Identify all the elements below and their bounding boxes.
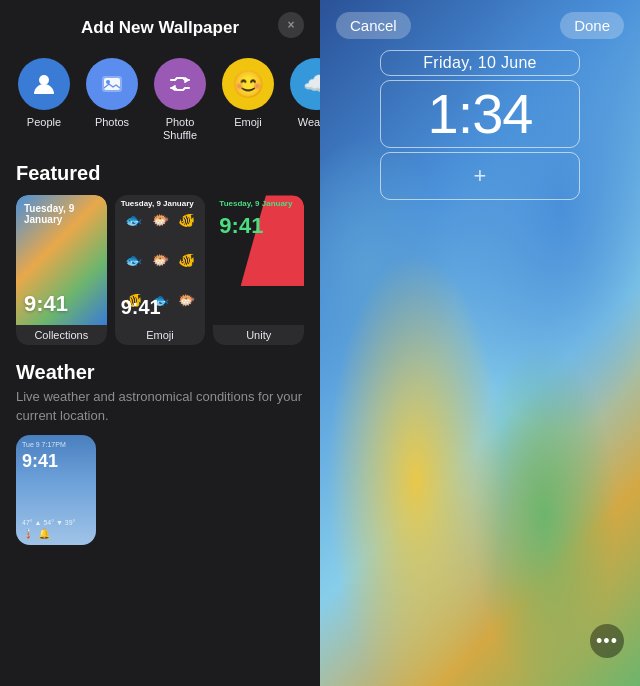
close-icon: × — [287, 18, 294, 32]
lock-screen-top-bar: Cancel Done — [320, 0, 640, 51]
cancel-button[interactable]: Cancel — [336, 12, 411, 39]
collections-preview: Tuesday, 9 January 9:41 — [16, 195, 107, 325]
unity-overlay-clock: 9:41 — [219, 213, 263, 239]
type-emoji-icon: 😊 — [222, 58, 274, 110]
lock-screen-preview: Cancel Done Friday, 10 June 1:34 + ••• — [320, 0, 640, 686]
modal-title: Add New Wallpaper — [81, 18, 239, 38]
type-photo-shuffle[interactable]: Photo Shuffle — [152, 58, 208, 142]
type-emoji-label: Emoji — [234, 116, 262, 129]
svg-point-3 — [106, 80, 110, 84]
featured-section-title: Featured — [0, 154, 320, 195]
collections-bg: Tuesday, 9 January 9:41 — [16, 195, 107, 325]
type-weather-label: Weat… — [298, 116, 320, 129]
lock-screen-widget-add[interactable]: + — [380, 152, 580, 200]
emoji-fish4: 🐟 — [121, 241, 146, 279]
type-photos-icon — [86, 58, 138, 110]
type-emoji[interactable]: 😊 Emoji — [220, 58, 276, 142]
emoji-bg: 🐟 🐡 🐠 🐟 🐡 🐠 🐠 🐟 🐡 Tuesday, 9 January 9:4… — [115, 195, 206, 325]
add-widget-icon: + — [474, 163, 487, 189]
collections-time: Tuesday, 9 January — [24, 203, 107, 225]
svg-rect-2 — [104, 78, 120, 90]
emoji-overlay-clock: 9:41 — [121, 296, 161, 319]
type-people[interactable]: People — [16, 58, 72, 142]
weather-preview-time: Tue 9 7:17PM — [22, 441, 66, 448]
type-photos-label: Photos — [95, 116, 129, 129]
emoji-overlay-time: Tuesday, 9 January — [121, 199, 194, 208]
wallpaper-types-row: People Photos Photo Shuffle — [0, 50, 320, 154]
lock-screen-overlay: Friday, 10 June 1:34 + — [320, 50, 640, 200]
collections-clock: 9:41 — [24, 291, 68, 317]
type-photo-shuffle-icon — [154, 58, 206, 110]
emoji-preview: 🐟 🐡 🐠 🐟 🐡 🐠 🐠 🐟 🐡 Tuesday, 9 January 9:4… — [115, 195, 206, 325]
type-weather-icon: ☁️ — [290, 58, 320, 110]
weather-section-title: Weather — [16, 361, 304, 384]
featured-card-unity[interactable]: Tuesday, 9 January 9:41 Unity — [213, 195, 304, 345]
type-photos[interactable]: Photos — [84, 58, 140, 142]
svg-point-0 — [39, 75, 49, 85]
unity-overlay-time: Tuesday, 9 January — [219, 199, 292, 208]
more-dots-icon: ••• — [596, 632, 618, 650]
unity-red-shape — [241, 195, 304, 286]
type-people-icon — [18, 58, 70, 110]
emoji-card-label: Emoji — [115, 325, 206, 345]
emoji-fish9: 🐡 — [174, 281, 199, 319]
thermometer-icon: 🌡️ — [22, 528, 34, 539]
lock-screen-date: Friday, 10 June — [380, 50, 580, 76]
done-button[interactable]: Done — [560, 12, 624, 39]
weather-section: Weather Live weather and astronomical co… — [0, 353, 320, 554]
more-options-button[interactable]: ••• — [590, 624, 624, 658]
unity-bg: Tuesday, 9 January 9:41 — [213, 195, 304, 325]
type-photo-shuffle-label: Photo Shuffle — [163, 116, 197, 142]
unity-label: Unity — [213, 325, 304, 345]
close-button[interactable]: × — [278, 12, 304, 38]
emoji-fish6: 🐠 — [174, 241, 199, 279]
modal-header: Add New Wallpaper × — [0, 0, 320, 50]
weather-section-desc: Live weather and astronomical conditions… — [16, 388, 304, 424]
collections-label: Collections — [16, 325, 107, 345]
lock-screen-time: 1:34 — [380, 80, 580, 148]
weather-preview-icons: 🌡️ 🔔 — [22, 528, 50, 539]
bell-icon: 🔔 — [38, 528, 50, 539]
emoji-fish5: 🐡 — [148, 241, 173, 279]
weather-preview-clock: 9:41 — [22, 451, 58, 472]
add-wallpaper-modal: Add New Wallpaper × People — [0, 0, 320, 686]
type-weather[interactable]: ☁️ Weat… — [288, 58, 320, 142]
featured-card-emoji[interactable]: 🐟 🐡 🐠 🐟 🐡 🐠 🐠 🐟 🐡 Tuesday, 9 January 9:4… — [115, 195, 206, 345]
unity-preview: Tuesday, 9 January 9:41 — [213, 195, 304, 325]
type-people-label: People — [27, 116, 61, 129]
weather-preview-card[interactable]: Tue 9 7:17PM 9:41 47° ▲ 54° ▼ 39° 🌡️ 🔔 — [16, 435, 96, 545]
featured-card-collections[interactable]: Tuesday, 9 January 9:41 Collections — [16, 195, 107, 345]
featured-grid: Tuesday, 9 January 9:41 Collections 🐟 🐡 … — [0, 195, 320, 353]
